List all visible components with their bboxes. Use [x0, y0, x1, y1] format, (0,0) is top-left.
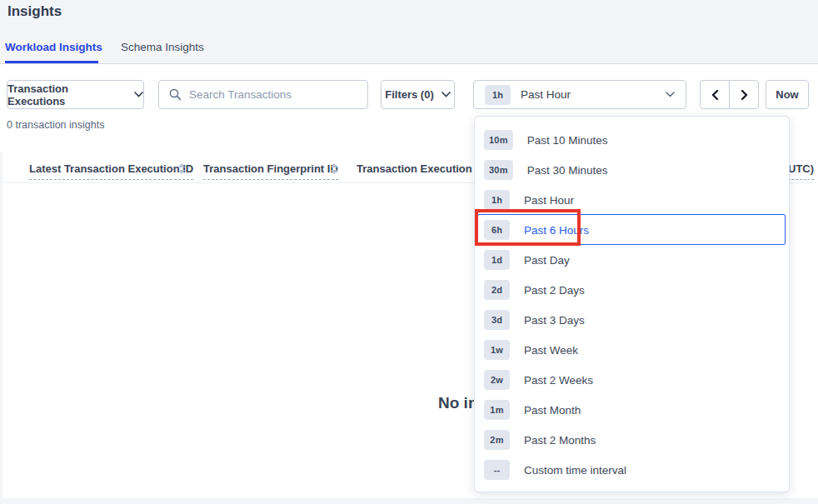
- search-icon: [169, 88, 182, 101]
- filters-label: Filters (0): [385, 88, 434, 101]
- time-option-custom-interval[interactable]: -- Custom time interval: [475, 455, 789, 485]
- tab-schema-insights[interactable]: Schema Insights: [121, 41, 204, 53]
- chevron-down-icon: [134, 92, 143, 97]
- insights-page: Insights Workload Insights Schema Insigh…: [0, 0, 818, 504]
- page-edge: [0, 498, 818, 504]
- column-header-transaction-fingerprint-id[interactable]: Transaction Fingerprint ID: [203, 162, 338, 175]
- filters-button[interactable]: Filters (0): [381, 80, 455, 109]
- time-option-past-2-days[interactable]: 2d Past 2 Days: [475, 275, 789, 305]
- sort-icon[interactable]: [331, 163, 337, 174]
- time-option-past-day[interactable]: 1d Past Day: [475, 245, 789, 275]
- page-title: Insights: [7, 3, 62, 20]
- time-option-past-10-minutes[interactable]: 10m Past 10 Minutes: [475, 125, 789, 155]
- time-interval-label: Past Hour: [521, 88, 571, 101]
- insights-count: 0 transaction insights: [7, 119, 104, 131]
- time-interval-select[interactable]: 1h Past Hour: [473, 80, 686, 109]
- column-header-latest-transaction-execution-id[interactable]: Latest Transaction Execution ID: [29, 162, 193, 175]
- transaction-type-select[interactable]: Transaction Executions: [7, 80, 144, 109]
- time-interval-badge: 1h: [485, 85, 511, 105]
- page-edge: [0, 152, 2, 498]
- chevron-down-icon: [441, 92, 451, 97]
- column-header-utc[interactable]: UTC): [788, 162, 814, 175]
- time-option-past-2-weeks[interactable]: 2w Past 2 Weeks: [475, 365, 789, 395]
- sort-icon[interactable]: [178, 163, 185, 174]
- header-divider: [0, 63, 818, 64]
- chevron-down-icon: [666, 92, 675, 97]
- time-option-past-2-months[interactable]: 2m Past 2 Months: [475, 425, 789, 455]
- annotation-red-box: [475, 209, 581, 246]
- transaction-type-label: Transaction Executions: [7, 82, 127, 107]
- column-header-transaction-execution[interactable]: Transaction Execution: [357, 162, 472, 175]
- time-option-past-week[interactable]: 1w Past Week: [475, 335, 789, 365]
- time-nav-group: [700, 80, 759, 109]
- search-box[interactable]: [158, 80, 368, 109]
- tab-workload-insights[interactable]: Workload Insights: [5, 41, 102, 53]
- time-option-past-30-minutes[interactable]: 30m Past 30 Minutes: [475, 155, 789, 185]
- time-option-past-month[interactable]: 1m Past Month: [475, 395, 789, 425]
- time-option-past-3-days[interactable]: 3d Past 3 Days: [475, 305, 789, 335]
- now-button[interactable]: Now: [766, 80, 809, 109]
- header-band: [0, 0, 818, 64]
- next-interval-button[interactable]: [729, 80, 759, 109]
- previous-interval-button[interactable]: [700, 80, 730, 109]
- search-input[interactable]: [189, 88, 367, 101]
- time-interval-dropdown: 10m Past 10 Minutes 30m Past 30 Minutes …: [474, 116, 790, 492]
